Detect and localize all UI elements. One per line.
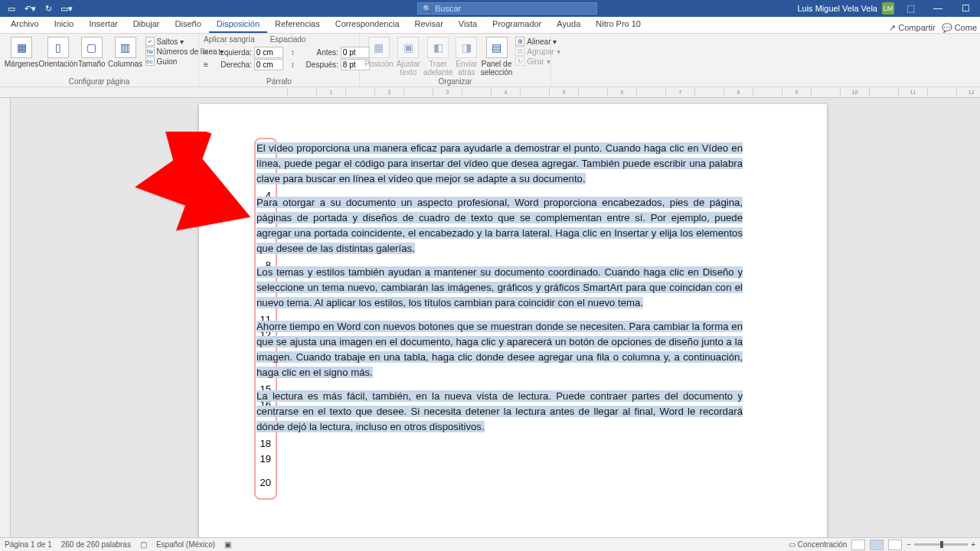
view-read-icon[interactable] (851, 540, 865, 550)
orientation-button[interactable]: ▯Orientación (41, 35, 75, 68)
size-button[interactable]: ▢Tamaño (78, 35, 106, 68)
paragraph[interactable]: El vídeo proporciona una manera eficaz p… (256, 141, 743, 187)
group-label-paragraph: Párrafo (204, 77, 354, 86)
indent-right-control[interactable]: ≡Derecha: (204, 59, 283, 70)
spacing-after-control[interactable]: ↕Después: (291, 59, 370, 70)
undo-icon[interactable]: ↶▾ (23, 2, 37, 15)
tab-disposición[interactable]: Disposición (209, 17, 267, 33)
send-backward-button: ◨Enviar atrás (456, 35, 477, 77)
columns-button[interactable]: ▥Columnas (109, 35, 142, 68)
title-bar: ▭ ↶▾ ↻ ▭▾ Documento1 - Word 🔍 Buscar Lui… (0, 0, 980, 17)
share-button[interactable]: Compartir (889, 23, 935, 33)
tab-diseño[interactable]: Diseño (168, 17, 209, 33)
tab-ayuda[interactable]: Ayuda (549, 17, 588, 33)
view-print-icon[interactable] (870, 540, 884, 550)
tab-revisar[interactable]: Revisar (407, 17, 451, 33)
ribbon-display-icon[interactable]: ⬚ (899, 0, 922, 17)
group-button: ⊡Agrupar ▾ (515, 47, 560, 56)
quick-access-toolbar: ▭ ↶▾ ↻ ▭▾ (0, 2, 78, 15)
status-macro-icon[interactable]: ▣ (224, 540, 231, 549)
user-name[interactable]: Luis Miguel Vela Vela (797, 4, 877, 13)
comments-button[interactable]: 💬 Come (942, 23, 977, 33)
page-content[interactable]: El vídeo proporciona una manera eficaz p… (256, 141, 743, 443)
red-arrow-annotation (132, 132, 262, 240)
tab-archivo[interactable]: Archivo (3, 17, 47, 33)
indent-left-control[interactable]: ≡Izquierda: (204, 47, 283, 58)
qat-customize-icon[interactable]: ▭▾ (60, 2, 74, 15)
tab-nitro pro 10[interactable]: Nitro Pro 10 (588, 17, 648, 33)
save-icon[interactable]: ▭ (5, 2, 18, 15)
paragraph[interactable]: La lectura es más fácil, también, en la … (256, 389, 743, 435)
status-page[interactable]: Página 1 de 1 (5, 540, 52, 549)
spacing-before-control[interactable]: ↕Antes: (291, 47, 370, 58)
user-avatar[interactable]: LM (882, 2, 894, 15)
zoom-in-icon[interactable]: + (971, 540, 975, 549)
minimize-icon[interactable]: — (926, 0, 949, 17)
maximize-icon[interactable]: ☐ (954, 0, 977, 17)
group-label-page-setup: Configurar página (5, 77, 194, 86)
align-button[interactable]: ⊞Alinear ▾ (515, 37, 560, 46)
horizontal-ruler[interactable]: 12345678910111213141516 (0, 87, 980, 98)
line-number: 19 (257, 452, 274, 467)
tab-referencias[interactable]: Referencias (267, 17, 328, 33)
position-button: ▦Posición (364, 35, 394, 68)
tab-vista[interactable]: Vista (451, 17, 485, 33)
document-area: 12345678910111213141516 1234567891011121… (0, 87, 980, 537)
focus-mode-button[interactable]: ▭ Concentración (789, 540, 847, 549)
tab-correspondencia[interactable]: Correspondencia (328, 17, 407, 33)
paragraph[interactable]: Para otorgar a su documento un aspecto p… (256, 195, 743, 256)
ribbon: ▦Márgenes ▯Orientación ▢Tamaño ▥Columnas… (0, 34, 980, 87)
indent-header: Aplicar sangría (204, 35, 255, 44)
vertical-ruler[interactable] (0, 98, 11, 537)
status-bar: Página 1 de 1 260 de 260 palabras ▢ Espa… (0, 537, 980, 551)
margins-button[interactable]: ▦Márgenes (5, 35, 38, 68)
bring-forward-button: ◧Traer adelante (423, 35, 452, 77)
spacing-header: Espaciado (270, 35, 306, 44)
ribbon-tabs: ArchivoInicioInsertarDibujarDiseñoDispos… (0, 17, 980, 34)
tab-insertar[interactable]: Insertar (81, 17, 125, 33)
wrap-text-button: ▣Ajustar texto (397, 35, 420, 77)
selection-pane-button[interactable]: ▤Panel de selección (481, 35, 513, 77)
status-spellcheck-icon[interactable]: ▢ (140, 540, 147, 549)
zoom-out-icon[interactable]: − (906, 540, 911, 549)
tab-inicio[interactable]: Inicio (47, 17, 82, 33)
paragraph[interactable]: Ahorre tiempo en Word con nuevos botones… (256, 319, 743, 380)
view-web-icon[interactable] (888, 540, 902, 550)
zoom-slider[interactable]: − + (906, 540, 975, 549)
page: 1234567891011121314151617181920 El vídeo… (199, 104, 827, 537)
search-placeholder: Buscar (435, 4, 461, 13)
search-box[interactable]: 🔍 Buscar (417, 2, 597, 15)
tab-programador[interactable]: Programador (485, 17, 549, 33)
status-word-count[interactable]: 260 de 260 palabras (61, 540, 131, 549)
paragraph[interactable]: Los temas y estilos también ayudan a man… (256, 265, 743, 311)
search-icon: 🔍 (423, 5, 432, 13)
svg-marker-0 (132, 132, 262, 239)
tab-dibujar[interactable]: Dibujar (126, 17, 168, 33)
group-label-arrange: Organizar (364, 77, 546, 86)
status-language[interactable]: Español (México) (156, 540, 215, 549)
rotate-button: ↻Girar ▾ (515, 57, 560, 66)
redo-icon[interactable]: ↻ (41, 2, 55, 15)
line-number: 20 (257, 475, 274, 491)
